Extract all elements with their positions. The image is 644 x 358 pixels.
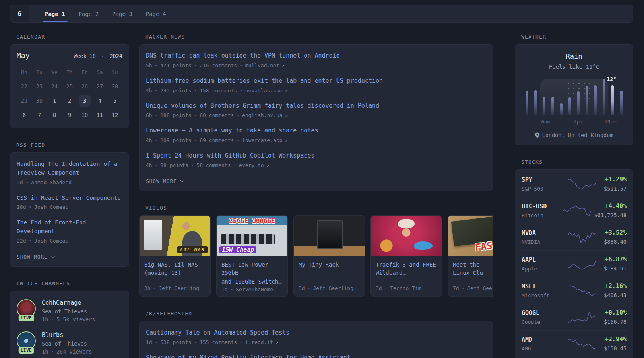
reddit-item-meta: 1d 538 points 155 comments i.redd.it — [146, 339, 486, 345]
reddit-item-link[interactable]: Showcase of my Mixed Reality Interface f… — [146, 354, 486, 358]
separator-dot-icon — [233, 163, 236, 168]
separator-dot-icon — [308, 286, 310, 291]
twitch-channel-info: CohhCarnage Sea of Thieves 1h 5.5k viewe… — [42, 299, 95, 323]
stock-symbol: GOOGL — [522, 309, 560, 317]
hackernews-item-link[interactable]: DNS traffic can leak outside the VPN tun… — [146, 52, 486, 60]
calendar-weekday-label: Fr — [77, 67, 92, 79]
calendar-day: 27 — [92, 80, 107, 93]
video-title-link[interactable]: Big NAS, Lil NAS (moving 13) — [144, 261, 206, 278]
stock-row[interactable]: GOOGL Google +0.10% $166.78 — [522, 304, 627, 330]
hackernews-widget: HACKER NEWS DNS traffic can leak outside… — [139, 34, 493, 191]
rss-item-link[interactable]: Handling The Indentation of a Treeview C… — [17, 160, 122, 177]
video-channel[interactable]: Techno Tim — [390, 285, 421, 291]
calendar-header: May Week 18 2024 — [17, 51, 122, 60]
rss-item-link[interactable]: The End of Front-End Development — [17, 218, 122, 236]
hackernews-show-more-button[interactable]: SHOW MORE — [146, 178, 184, 184]
video-channel[interactable]: Jeff Geerling — [159, 285, 199, 291]
weather-bar — [526, 91, 528, 115]
rss-item: Handling The Indentation of a Treeview C… — [17, 160, 122, 185]
video-meta: 7d Jeff Geerling — [453, 285, 493, 291]
item-domain-link[interactable]: every.to — [239, 162, 269, 168]
calendar-day: 8 — [47, 108, 62, 122]
rss-item-link[interactable]: CSS in React Server Components — [17, 194, 122, 202]
video-card[interactable]: 25GbE 100GbE 15W Cheap BEST Low Power 25… — [216, 215, 288, 297]
twitch-channel-row[interactable]: LIVE CohhCarnage Sea of Thieves 1h 5.5k … — [17, 299, 122, 323]
stock-values: +1.29% $511.57 — [604, 176, 627, 192]
page-tab[interactable]: Page 3 — [112, 5, 132, 22]
item-domain-link[interactable]: english.nv.ua — [242, 112, 288, 118]
rss-item-meta: 18d Josh Comeau — [17, 204, 122, 210]
calendar-card: May Week 18 2024 MoTuWeThFrSaSu 22 — [10, 44, 129, 128]
hackernews-item-meta: 6h 188 points 60 comments english.nv.ua — [146, 112, 486, 118]
item-domain-link[interactable]: mullvad.net — [245, 62, 285, 68]
page-tab[interactable]: Page 4 — [146, 5, 166, 22]
reddit-item-link[interactable]: Cautionary Tale on Automated Speed Tests — [146, 329, 486, 337]
twitch-section-title: TWITCH CHANNELS — [16, 280, 129, 286]
hackernews-item-link[interactable]: Unique volumes of Brothers Grimm fairy t… — [146, 102, 486, 111]
stock-name: NVIDIA — [522, 239, 560, 245]
video-channel[interactable]: Jeff Geerling — [467, 285, 493, 291]
page-tab[interactable]: Page 1 — [45, 5, 65, 22]
calendar-section-title: CALENDAR — [16, 34, 129, 40]
item-domain-link[interactable]: lowercase.app — [242, 137, 288, 143]
item-points: 471 points — [160, 62, 191, 68]
item-comments-link[interactable]: 58 comments — [196, 162, 231, 168]
stock-row[interactable]: AMD AMD +2.94% $150.45 — [522, 330, 627, 357]
separator-dot-icon — [26, 180, 29, 185]
left-column: CALENDAR May Week 18 2024 MoTuWeThFrSaSu — [10, 34, 129, 358]
stock-row[interactable]: MSFT Microsoft +2.16% $406.43 — [522, 277, 627, 304]
stock-row[interactable]: BTC-USD Bitcoin +4.40% $61,725.48 — [522, 197, 627, 224]
hackernews-item-link[interactable]: Lowercase – A simple way to take and sha… — [146, 126, 486, 135]
video-card[interactable]: FAS Meet the Linux Clu 7d Jeff Geerling — [448, 215, 493, 297]
video-thumbnail[interactable]: FAS — [448, 216, 493, 256]
hackernews-item-meta: 5h 471 points 216 comments mullvad.net — [146, 62, 486, 68]
hackernews-item-meta: 4h 88 points 58 comments every.to — [146, 162, 486, 168]
item-points: 88 points — [160, 162, 188, 168]
stock-row[interactable]: AAPL Apple +6.87% $184.91 — [522, 250, 627, 277]
video-thumbnail[interactable] — [371, 216, 442, 256]
separator-dot-icon — [51, 317, 54, 322]
stock-sparkline — [560, 337, 604, 350]
separator-dot-icon — [237, 138, 239, 143]
app-logo[interactable]: G — [10, 5, 29, 22]
item-comments-link[interactable]: 60 comments — [200, 112, 234, 118]
channel-game[interactable]: Sea of Thieves — [42, 308, 95, 315]
channel-name[interactable]: Blurbs — [42, 331, 92, 339]
item-comments-link[interactable]: 216 comments — [200, 62, 237, 68]
video-thumbnail[interactable]: LIL NAS — [140, 216, 210, 256]
video-card[interactable]: LIL NAS Big NAS, Lil NAS (moving 13) 3h … — [139, 215, 211, 297]
channel-game[interactable]: Sea of Thieves — [42, 340, 92, 347]
video-thumbnail[interactable] — [294, 216, 365, 256]
page-tab[interactable]: Page 2 — [79, 5, 99, 22]
rss-section-title: RSS FEED — [16, 142, 129, 148]
calendar-weekday-label: Sa — [92, 67, 107, 79]
rss-item-meta: 3d Ahmad Shadeed — [17, 179, 122, 185]
video-title-link[interactable]: Meet the Linux Clu — [453, 261, 493, 278]
stock-sparkline — [560, 257, 604, 270]
calendar-day: 24 — [47, 80, 62, 93]
item-comments-link[interactable]: 69 comments — [200, 137, 234, 143]
video-channel[interactable]: Jeff Geerling — [313, 285, 353, 291]
video-title-link[interactable]: My Tiny Rack — [299, 261, 360, 269]
hackernews-item-meta: 4h 243 points 158 comments newatlas.com — [146, 88, 486, 93]
weather-bar — [551, 97, 554, 115]
hackernews-item-link[interactable]: I Spent 24 Hours with GitHub Copilot Wor… — [146, 152, 486, 160]
video-thumbnail[interactable]: 25GbE 100GbE 15W Cheap — [217, 216, 287, 256]
stock-row[interactable]: NVDA NVIDIA +3.52% $888.40 — [522, 224, 627, 250]
item-comments-link[interactable]: 158 comments — [200, 88, 237, 93]
item-domain-link[interactable]: i.redd.it — [245, 339, 279, 345]
item-comments-link[interactable]: 155 comments — [200, 339, 237, 345]
twitch-channel-row[interactable]: LIVE Blurbs Sea of Thieves 1h 264 viewer… — [17, 331, 122, 355]
hackernews-item-link[interactable]: Lithium-free sodium batteries exit the l… — [146, 77, 486, 86]
video-title-link[interactable]: Traefik 3 and FREE Wildcard… — [376, 261, 437, 278]
weather-section-title: WEATHER — [521, 34, 633, 40]
rss-show-more-button[interactable]: SHOW MORE — [17, 254, 54, 260]
stock-row[interactable]: SPY S&P 500 +1.29% $511.57 — [522, 171, 627, 197]
video-channel[interactable]: ServeTheHome — [236, 286, 273, 292]
video-title-link[interactable]: BEST Low Power 25GbE and 100GbE Switch… — [221, 261, 283, 286]
item-domain-link[interactable]: newatlas.com — [245, 88, 288, 93]
video-card[interactable]: Traefik 3 and FREE Wildcard… 3d Techno T… — [370, 215, 442, 297]
separator-dot-icon — [155, 113, 158, 118]
video-card[interactable]: My Tiny Rack 3d Jeff Geerling — [293, 215, 365, 297]
channel-name[interactable]: CohhCarnage — [42, 299, 95, 306]
